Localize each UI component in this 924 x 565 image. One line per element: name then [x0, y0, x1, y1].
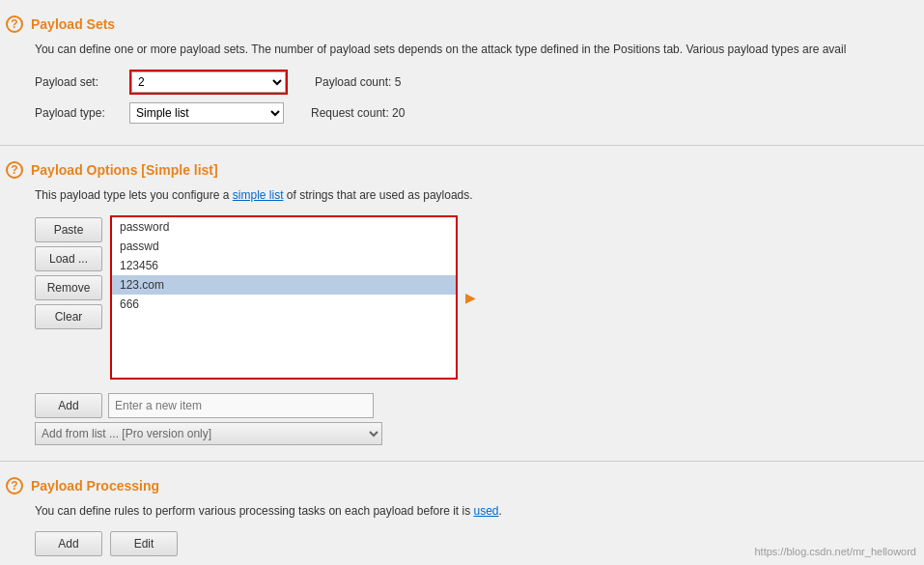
scroll-right-arrow: ▶ [462, 290, 476, 305]
payload-options-section: ? Payload Options [Simple list] This pay… [0, 146, 924, 462]
payload-type-label: Payload type: [35, 106, 122, 120]
list-item[interactable]: 123.com [112, 275, 456, 295]
list-and-scroll: password passwd 123456 123.com 666 ▶ [110, 215, 476, 380]
remove-button[interactable]: Remove [35, 275, 102, 300]
paste-button[interactable]: Paste [35, 217, 102, 242]
simple-link: simple list [233, 188, 284, 202]
payload-buttons: Paste Load ... Remove Clear [35, 215, 102, 380]
used-link: used [473, 504, 498, 518]
payload-processing-description: You can define rules to perform various … [0, 498, 924, 527]
payload-processing-title: Payload Processing [31, 478, 159, 494]
list-item[interactable]: password [112, 217, 456, 237]
add-from-list-row: Add from list ... [Pro version only] [35, 422, 912, 445]
processing-edit-button[interactable]: Edit [110, 531, 178, 556]
request-count-text: Request count: 20 [311, 106, 405, 120]
payload-options-description: This payload type lets you configure a s… [0, 183, 924, 212]
add-button[interactable]: Add [35, 393, 102, 418]
payload-type-row: Payload type: Simple list Runtime file C… [35, 102, 912, 124]
payload-sets-icon: ? [6, 15, 23, 33]
payload-sets-title: Payload Sets [31, 16, 115, 32]
payload-set-select-wrapper: 2 1 3 4 [129, 70, 288, 95]
list-item[interactable]: 123456 [112, 256, 456, 275]
load-button[interactable]: Load ... [35, 246, 102, 271]
payload-set-row: Payload set: 2 1 3 4 Payload count: 5 [35, 70, 912, 95]
new-item-input[interactable] [108, 393, 374, 418]
watermark: https://blog.csdn.net/mr_helloword [754, 546, 916, 557]
payload-list[interactable]: password passwd 123456 123.com 666 [110, 215, 458, 380]
processing-add-button[interactable]: Add [35, 531, 102, 556]
payload-sets-section: ? Payload Sets You can define one or mor… [0, 0, 924, 146]
payload-sets-content: Payload set: 2 1 3 4 Payload count: 5 Pa… [0, 66, 924, 135]
payload-sets-header: ? Payload Sets [0, 10, 924, 37]
payload-processing-icon: ? [6, 477, 23, 494]
add-row: Add [35, 393, 912, 418]
payload-type-select[interactable]: Simple list Runtime file Custom iterator… [129, 102, 284, 124]
payload-options-title: Payload Options [Simple list] [31, 162, 218, 178]
payload-sets-description: You can define one or more payload sets.… [0, 37, 924, 66]
payload-set-select[interactable]: 2 1 3 4 [131, 71, 286, 93]
list-item[interactable]: passwd [112, 237, 456, 256]
payload-options-area: Paste Load ... Remove Clear password pas… [0, 212, 924, 387]
payload-options-header: ? Payload Options [Simple list] [0, 155, 924, 183]
payload-processing-header: ? Payload Processing [0, 471, 924, 498]
clear-button[interactable]: Clear [35, 304, 102, 329]
main-container: ? Payload Sets You can define one or mor… [0, 0, 924, 565]
add-from-list-select[interactable]: Add from list ... [Pro version only] [35, 422, 382, 445]
payload-options-icon: ? [6, 161, 23, 179]
payload-set-label: Payload set: [35, 75, 122, 89]
payload-count-text: Payload count: 5 [315, 75, 401, 89]
add-area: Add Add from list ... [Pro version only] [0, 393, 924, 451]
list-item[interactable]: 666 [112, 295, 456, 314]
